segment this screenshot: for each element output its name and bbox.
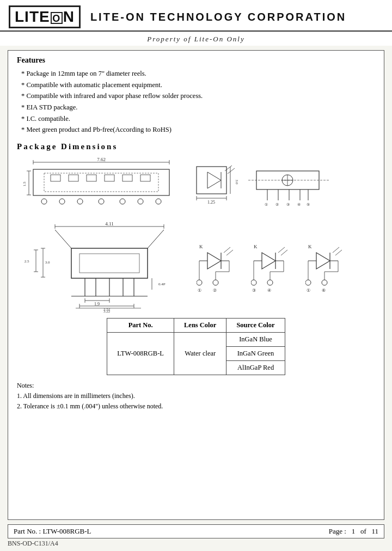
- svg-point-91: [213, 280, 218, 285]
- logo-container: LITEON LITE-ON TECHNOLOGY CORPORATION: [9, 5, 346, 28]
- feature-item: * Compatible with infrared and vapor pha…: [21, 90, 375, 102]
- svg-line-104: [281, 250, 287, 255]
- footer-page-num: 1: [352, 527, 356, 535]
- source-color-3: AlInGaP Red: [226, 360, 285, 375]
- svg-text:③: ③: [252, 288, 256, 293]
- footer-total-pages: 11: [371, 527, 378, 535]
- package-title: Package Dimensions: [17, 142, 375, 151]
- svg-line-119: [335, 250, 342, 255]
- svg-point-16: [41, 199, 47, 204]
- svg-text:2.5: 2.5: [24, 259, 29, 264]
- svg-text:3.0: 3.0: [45, 260, 50, 265]
- logo: LITEON: [9, 5, 81, 28]
- svg-text:7.62: 7.62: [97, 157, 106, 162]
- svg-line-89: [226, 250, 233, 255]
- footer-part-number: Part No. : LTW-008RGB-L: [14, 527, 91, 536]
- svg-text:K: K: [199, 244, 203, 249]
- feature-item: * Meet green product and Pb-free(Accordi…: [21, 124, 375, 136]
- svg-point-18: [77, 199, 83, 204]
- svg-text:1.5: 1.5: [22, 181, 27, 186]
- footer-bar: Part No. : LTW-008RGB-L Page : 1 of 11: [8, 524, 384, 538]
- main-content: Features * Package in 12mm tape on 7" di…: [8, 50, 384, 520]
- svg-point-90: [197, 280, 202, 285]
- svg-text:②: ②: [213, 288, 217, 293]
- svg-line-88: [224, 247, 230, 253]
- svg-line-54: [148, 230, 164, 248]
- footer-of-label: of: [360, 527, 366, 535]
- features-list: * Package in 12mm tape on 7" diameter re…: [17, 68, 375, 136]
- svg-line-27: [228, 168, 235, 174]
- svg-rect-10: [51, 175, 60, 181]
- svg-point-106: [267, 280, 273, 285]
- led-symbol-2: K ③ ④: [251, 242, 295, 307]
- feature-item: * EIA STD package.: [21, 102, 375, 113]
- svg-text:④: ④: [267, 288, 271, 293]
- svg-text:3.0: 3.0: [235, 179, 239, 184]
- svg-point-121: [322, 280, 327, 285]
- svg-text:④: ④: [297, 203, 301, 207]
- svg-rect-63: [71, 248, 148, 278]
- end-view-diagram: ① ② ③ ④ ⑤: [246, 156, 333, 216]
- feature-item: * Compatible with automatic placement eq…: [21, 79, 375, 91]
- svg-text:1.25: 1.25: [207, 200, 215, 205]
- source-color-2: InGaN Green: [226, 346, 285, 360]
- top-view-diagram: 7.62 1.5: [17, 156, 186, 216]
- svg-text:⑤: ⑤: [307, 203, 310, 207]
- col-header-lens: Lens Color: [174, 318, 226, 332]
- footer-page-label: Page :: [329, 527, 346, 535]
- svg-text:⑥: ⑥: [322, 288, 326, 293]
- svg-rect-14: [122, 175, 132, 181]
- svg-text:0.4P: 0.4P: [158, 282, 166, 286]
- svg-text:②: ②: [275, 203, 279, 207]
- svg-text:①: ①: [307, 288, 310, 293]
- svg-text:③: ③: [286, 203, 290, 207]
- note-item-2: 2. Tolerance is ±0.1 mm (.004") unless o…: [17, 401, 375, 412]
- svg-line-53: [55, 230, 71, 248]
- parts-table: Part No. Lens Color Source Color LTW-008…: [107, 318, 285, 375]
- top-diagrams: 7.62 1.5: [17, 156, 375, 216]
- svg-rect-13: [105, 175, 114, 181]
- notes-section: Notes: 1. All dimensions are in millimet…: [17, 381, 375, 412]
- note-item-1: 1. All dimensions are in millimeters (in…: [17, 391, 375, 401]
- svg-marker-84: [207, 253, 221, 269]
- svg-text:4.11: 4.11: [105, 221, 113, 226]
- svg-point-105: [251, 280, 256, 285]
- footer-page-info: Page : 1 of 11: [329, 527, 378, 536]
- feature-item: * Package in 12mm tape on 7" diameter re…: [21, 68, 375, 79]
- part-number-cell: LTW-008RGB-L: [107, 332, 174, 375]
- svg-line-103: [278, 247, 285, 253]
- svg-line-118: [333, 247, 339, 253]
- svg-marker-99: [262, 253, 275, 269]
- svg-rect-64: [79, 254, 139, 273]
- svg-marker-24: [207, 172, 221, 188]
- svg-point-22: [156, 199, 161, 204]
- side-view-small: 1.25 3.0: [191, 156, 240, 216]
- notes-title: Notes:: [17, 381, 375, 391]
- svg-rect-15: [140, 175, 150, 181]
- svg-point-21: [138, 199, 143, 204]
- svg-rect-12: [87, 175, 96, 181]
- svg-rect-9: [44, 173, 158, 192]
- svg-text:3.22: 3.22: [103, 309, 111, 314]
- col-header-part: Part No.: [107, 318, 174, 332]
- svg-point-120: [305, 280, 311, 285]
- svg-text:K: K: [308, 244, 312, 249]
- source-color-1: InGaN Blue: [226, 332, 285, 346]
- dimension-diagram: 4.11 2.5 3.0: [17, 220, 191, 313]
- bottom-reference: BNS-OD-C131/A4: [8, 540, 384, 548]
- svg-text:①: ①: [265, 203, 268, 207]
- company-name: LITE-ON TECHNOLOGY CORPORATION: [90, 11, 346, 23]
- svg-rect-11: [69, 175, 78, 181]
- schematic-symbols: K ①: [197, 242, 349, 307]
- svg-rect-23: [197, 167, 226, 194]
- page: LITEON LITE-ON TECHNOLOGY CORPORATION Pr…: [0, 0, 392, 551]
- led-symbol-3: K ① ⑥: [305, 242, 349, 307]
- subtitle: Property of Lite-On Only: [0, 32, 392, 46]
- svg-text:K: K: [254, 244, 258, 249]
- col-header-source: Source Color: [226, 318, 285, 332]
- svg-point-20: [120, 199, 125, 204]
- svg-text:①: ①: [198, 288, 201, 293]
- bottom-diagrams: 4.11 2.5 3.0: [17, 220, 375, 313]
- svg-point-19: [99, 199, 104, 204]
- header: LITEON LITE-ON TECHNOLOGY CORPORATION: [0, 0, 392, 32]
